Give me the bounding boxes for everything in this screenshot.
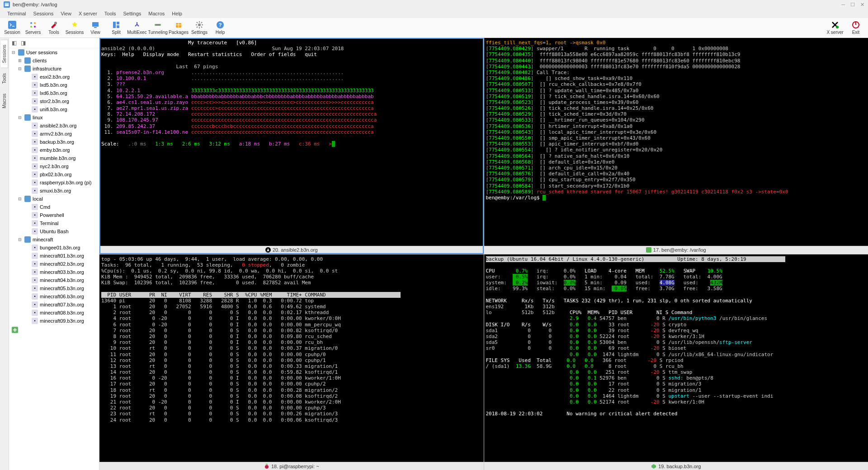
tree-folder-user-sessions[interactable]: ⊟User sessions — [9, 48, 99, 56]
session-icon: • — [32, 301, 38, 308]
menu-macros[interactable]: Macros — [145, 11, 168, 16]
sessions-button[interactable]: Sessions — [64, 19, 85, 38]
tree-label: mumble.b3n.org — [40, 155, 76, 161]
svg-point-6 — [54, 22, 57, 24]
tree-collapse-icon[interactable]: ◨ — [19, 39, 27, 47]
multiexec-button[interactable]: MultiExec — [127, 19, 147, 38]
session-icon: • — [32, 277, 38, 283]
session-button[interactable]: Session — [2, 19, 23, 38]
session-icon: • — [32, 244, 38, 251]
help-button[interactable]: ?Help — [210, 19, 231, 38]
svg-point-3 — [34, 22, 36, 24]
menu-terminal[interactable]: Terminal — [4, 11, 30, 16]
minimize-button[interactable]: ─ — [841, 2, 845, 8]
tree-session-item[interactable]: •nyc2.b3n.org — [9, 162, 99, 170]
terminal-tab-backup[interactable]: 19. backup.b3n.org — [484, 462, 868, 470]
tree-session-item[interactable]: •Cmd — [9, 203, 99, 211]
tree-session-item[interactable]: •Powershell — [9, 211, 99, 219]
tree-session-item[interactable]: •minecraft01.b3n.org — [9, 252, 99, 260]
session-icon: • — [32, 318, 38, 324]
terminal-tab-ansible2[interactable]: 20. ansible2.b3n.org — [99, 246, 484, 254]
tree-label: smuxi.b3n.org — [40, 188, 71, 193]
session-icon: • — [32, 293, 38, 300]
tree-session-item[interactable]: •unifi.b3n.org — [9, 105, 99, 113]
terminal-tab-raspberrypi[interactable]: 18. pi@raspberrypi: ~ — [99, 462, 484, 470]
tree-folder-clients[interactable]: ⊞clients — [9, 56, 99, 65]
tunneling-button[interactable]: Tunneling — [147, 19, 168, 38]
x-server-button[interactable]: X server — [825, 19, 845, 38]
exit-button[interactable]: Exit — [845, 19, 866, 38]
side-tab-sessions[interactable]: Sessions — [1, 40, 8, 68]
menu-view[interactable]: View — [57, 11, 75, 16]
raspberry-icon — [264, 464, 269, 469]
tree-session-item[interactable]: •smuxi.b3n.org — [9, 187, 99, 195]
tree-session-item[interactable]: •minecraft03.b3n.org — [9, 268, 99, 276]
tree-session-item[interactable]: •mumble.b3n.org — [9, 154, 99, 162]
collapse-icon[interactable]: ⊟ — [17, 115, 23, 120]
tree-session-item[interactable]: •esxi2.b3n.org — [9, 73, 99, 81]
tree-session-item[interactable]: •bungee01.b3n.org — [9, 244, 99, 252]
session-icon: • — [32, 261, 38, 267]
menu-settings[interactable]: Settings — [120, 11, 145, 16]
tree-session-item[interactable]: •backup.b3n.org — [9, 138, 99, 146]
tree-folder-local[interactable]: ⊟local — [9, 195, 99, 203]
menu-tools[interactable]: Tools — [101, 11, 120, 16]
tree-session-item[interactable]: •minecraft04.b3n.org — [9, 276, 99, 284]
menu-sessions[interactable]: Sessions — [30, 11, 57, 16]
tools-button[interactable]: Tools — [43, 19, 64, 38]
tree-session-item[interactable]: •minecraft06.b3n.org — [9, 292, 99, 301]
tree-session-item[interactable]: •emby.b3n.org — [9, 146, 99, 154]
packages-button[interactable]: Packages — [168, 19, 189, 38]
collapse-icon[interactable]: ⊟ — [17, 197, 23, 201]
tree-label: Cmd — [40, 204, 50, 210]
tree-session-item[interactable]: •Terminal — [9, 219, 99, 227]
tree-expand-icon[interactable]: ◧ — [10, 39, 18, 47]
svg-rect-24 — [646, 247, 651, 253]
window-icon — [4, 1, 10, 8]
maximize-button[interactable]: ☐ — [850, 2, 855, 8]
terminal-pane-ansible2[interactable]: My traceroute [v0.86] ansible2 (0.0.0.0)… — [99, 38, 484, 254]
side-tab-macros[interactable]: Macros — [0, 89, 8, 113]
side-tab-tools[interactable]: Tools — [0, 68, 8, 89]
tree-session-item[interactable]: •minecraft02.b3n.org — [9, 260, 99, 268]
tree-session-item[interactable]: •minecraft07.b3n.org — [9, 301, 99, 309]
terminal-pane-backup[interactable]: backup (Ubuntu 16.04 64bit / Linux 4.4.0… — [484, 254, 868, 470]
collapse-icon[interactable]: ⊟ — [17, 66, 23, 71]
toolbar: SessionServersToolsSessionsViewSplitMult… — [0, 18, 868, 38]
view-button[interactable]: View — [85, 19, 106, 38]
tree-session-item[interactable]: •minecraft09.b3n.org — [9, 317, 99, 325]
tree-session-item[interactable]: •minecraft05.b3n.org — [9, 284, 99, 292]
tree-session-item[interactable]: •raspberrypi.b3n.org (pi) — [9, 179, 99, 187]
tree-session-item[interactable]: •minecraft08.b3n.org — [9, 309, 99, 317]
tree-session-item[interactable]: •lxd6.b3n.org — [9, 89, 99, 97]
session-icon: • — [32, 220, 38, 226]
svg-point-2 — [30, 22, 32, 24]
menu-help[interactable]: Help — [168, 11, 186, 16]
tree-session-item[interactable]: •lxd5.b3n.org — [9, 81, 99, 89]
collapse-icon[interactable]: ⊟ — [11, 50, 16, 55]
titlebar: ben@emby: /var/log ─ ☐ ✕ — [0, 0, 868, 9]
close-button[interactable]: ✕ — [860, 2, 864, 8]
tree-folder-minecraft[interactable]: ⊟minecraft — [9, 235, 99, 244]
settings-button[interactable]: Settings — [189, 19, 210, 38]
backup-icon — [651, 464, 656, 469]
tree-folder-infrastructure[interactable]: ⊟infrastructure — [9, 65, 99, 73]
tree-label: armv2.b3n.org — [40, 131, 72, 136]
tree-session-item[interactable]: •Ubuntu Bash — [9, 227, 99, 235]
svg-point-13 — [155, 24, 156, 25]
tree-session-item[interactable]: •stor2.b3n.org — [9, 97, 99, 105]
collapse-icon[interactable]: ⊟ — [17, 237, 23, 242]
tree-session-item[interactable]: •armv2.b3n.org — [9, 130, 99, 138]
servers-button[interactable]: Servers — [23, 19, 43, 38]
tree-session-item[interactable]: •pbx02.b3n.org — [9, 170, 99, 179]
menu-x-server[interactable]: X server — [75, 11, 101, 16]
folder-icon — [24, 66, 31, 72]
new-session-icon[interactable] — [12, 327, 18, 333]
terminal-pane-emby[interactable]: ffies_till_next_fqs=1, root ->qsmask 0x0… — [484, 38, 868, 254]
terminal-pane-raspberrypi[interactable]: top - 05:03:06 up 46 days, 9:44, 1 user,… — [99, 254, 484, 470]
terminal-tab-emby[interactable]: 17. ben@emby: /var/log — [484, 246, 868, 254]
tree-folder-linux[interactable]: ⊟linux — [9, 113, 99, 122]
split-button[interactable]: Split — [106, 19, 127, 38]
expand-icon[interactable]: ⊞ — [17, 58, 23, 63]
tree-session-item[interactable]: •ansible2.b3n.org — [9, 122, 99, 130]
